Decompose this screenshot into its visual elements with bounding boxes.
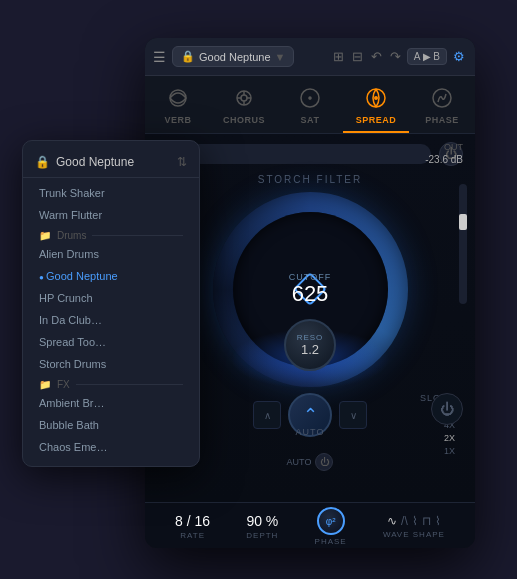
tab-verb[interactable]: VERB: [145, 76, 211, 133]
preset-button[interactable]: 🔒 Good Neptune ▼: [172, 46, 294, 67]
phase-label: PHASE: [315, 537, 347, 546]
undo-icon[interactable]: ↶: [369, 47, 384, 66]
out-slider-thumb: [459, 214, 467, 230]
svg-point-6: [374, 96, 378, 100]
dropdown-arrows[interactable]: ⇅: [177, 155, 187, 169]
auto-controls: AUTO ⏻: [287, 453, 334, 471]
folder-icon-fx: 📁: [39, 379, 51, 390]
dropdown-section-fx: 📁 FX: [23, 375, 199, 392]
dropdown-item-ambient-br[interactable]: Ambient Br…: [23, 392, 199, 414]
tab-bar: VERB CHORUS SAT: [145, 76, 475, 134]
phase-param[interactable]: φ² PHASE: [315, 507, 347, 546]
depth-param: 90 % DEPTH: [246, 513, 278, 540]
lock-icon-small: 🔒: [35, 155, 50, 169]
slope-2x[interactable]: 2X: [444, 433, 455, 443]
reso-value: 1.2: [301, 342, 319, 357]
dropdown-section-drums: 📁 Drums: [23, 226, 199, 243]
tab-chorus[interactable]: CHORUS: [211, 76, 277, 133]
slope-1x[interactable]: 1X: [444, 446, 455, 456]
section-label-fx: FX: [57, 379, 70, 390]
section-label-drums: Drums: [57, 230, 86, 241]
auto-label: AUTO: [296, 427, 325, 437]
auto-text: AUTO: [287, 457, 312, 467]
wave-shapes: ∿ /\ ⌇ ⊓ ⌇: [387, 514, 441, 528]
ab-button[interactable]: A ▶ B: [407, 48, 447, 65]
dropdown-title: 🔒 Good Neptune: [35, 155, 134, 169]
tab-phase[interactable]: PHASE: [409, 76, 475, 133]
settings-icon[interactable]: ⚙: [451, 47, 467, 66]
depth-label: DEPTH: [246, 531, 278, 540]
wave-shape-param: ∿ /\ ⌇ ⊓ ⌇ WAVE SHAPE: [383, 514, 445, 539]
dropdown-item-chaos-eme[interactable]: Chaos Eme…: [23, 436, 199, 458]
toolbar-icons: ⊞ ⊟ ↶ ↷ A ▶ B ⚙: [331, 47, 467, 66]
wave-shape-label: WAVE SHAPE: [383, 530, 445, 539]
paste-icon[interactable]: ⊟: [350, 47, 365, 66]
small-btn-bottom[interactable]: ∨: [339, 401, 367, 429]
dropdown-item-storch-drums[interactable]: Storch Drums: [23, 353, 199, 375]
dropdown-item-warm-flutter[interactable]: Warm Flutter: [23, 204, 199, 226]
reso-label: RESO: [297, 333, 324, 342]
tab-verb-label: VERB: [164, 115, 191, 125]
rate-param: 8 / 16 RATE: [175, 513, 210, 540]
wave-square[interactable]: ⊓: [422, 514, 431, 528]
dropdown-item-trunk-shaker[interactable]: Trunk Shaker: [23, 182, 199, 204]
cutoff-display: CUTOFF 625: [289, 272, 331, 306]
out-label: OUT: [444, 142, 463, 152]
auto-area: AUTO AUTO ⏻: [287, 441, 334, 471]
wave-saw[interactable]: ⌇: [412, 514, 418, 528]
filter-label: STORCH FILTER: [258, 174, 363, 185]
copy-icon[interactable]: ⊞: [331, 47, 346, 66]
dropdown-preset-name: Good Neptune: [56, 155, 134, 169]
bottom-bar: 8 / 16 RATE 90 % DEPTH φ² PHASE ∿ /\ ⌇ ⊓…: [145, 502, 475, 548]
type-slope-area: TYPE — ∧ ∧ — ∧ ⌃ ∨ AUTO AUTO: [157, 393, 463, 471]
reso-knob[interactable]: RESO 1.2: [284, 319, 336, 371]
dropdown-header: 🔒 Good Neptune ⇅: [23, 149, 199, 178]
preset-dropdown: 🔒 Good Neptune ⇅ Trunk Shaker Warm Flutt…: [22, 140, 200, 467]
dropdown-item-bubble-bath[interactable]: Bubble Bath: [23, 414, 199, 436]
preset-name: Good Neptune: [199, 51, 271, 63]
dropdown-item-in-da-club[interactable]: In Da Club…: [23, 309, 199, 331]
small-btn-top[interactable]: ∧: [253, 401, 281, 429]
power-btn-right[interactable]: ⏻: [431, 393, 463, 425]
rate-label: RATE: [180, 531, 205, 540]
svg-point-4: [309, 97, 311, 99]
controls-row: ⏻ OUT -23.6 dB: [157, 142, 463, 166]
lock-icon: 🔒: [181, 50, 195, 63]
cutoff-value: 625: [289, 282, 331, 306]
center-controls: ∧ ⌃ ∨ AUTO AUTO ⏻: [250, 393, 370, 471]
top-bar: ☰ 🔒 Good Neptune ▼ ⊞ ⊟ ↶ ↷ A ▶ B ⚙: [145, 38, 475, 76]
depth-value: 90 %: [246, 513, 278, 529]
out-value: -23.6 dB: [425, 154, 463, 165]
knob-area[interactable]: CUTOFF 625 RESO 1.2: [210, 189, 410, 389]
tab-chorus-label: CHORUS: [223, 115, 265, 125]
dropdown-item-spread-too[interactable]: Spread Too…: [23, 331, 199, 353]
wave-rand[interactable]: ⌇: [435, 514, 441, 528]
tab-sat-label: SAT: [301, 115, 320, 125]
chevron-down-icon: ▼: [275, 51, 286, 63]
tab-sat[interactable]: SAT: [277, 76, 343, 133]
tab-spread[interactable]: SPREAD: [343, 76, 409, 133]
dropdown-item-good-neptune[interactable]: Good Neptune: [23, 265, 199, 287]
phase-knob[interactable]: φ²: [317, 507, 345, 535]
wave-sine[interactable]: ∿: [387, 514, 397, 528]
auto-power-btn[interactable]: ⏻: [315, 453, 333, 471]
folder-icon: 📁: [39, 230, 51, 241]
rate-value: 8 / 16: [175, 513, 210, 529]
tab-phase-label: PHASE: [425, 115, 459, 125]
menu-icon[interactable]: ☰: [153, 49, 166, 65]
dropdown-item-alien-drums[interactable]: Alien Drums: [23, 243, 199, 265]
redo-icon[interactable]: ↷: [388, 47, 403, 66]
out-slider[interactable]: [459, 184, 467, 304]
svg-point-2: [241, 95, 247, 101]
tab-spread-label: SPREAD: [356, 115, 397, 125]
wave-tri[interactable]: /\: [401, 514, 408, 528]
dropdown-item-hp-crunch[interactable]: HP Crunch: [23, 287, 199, 309]
